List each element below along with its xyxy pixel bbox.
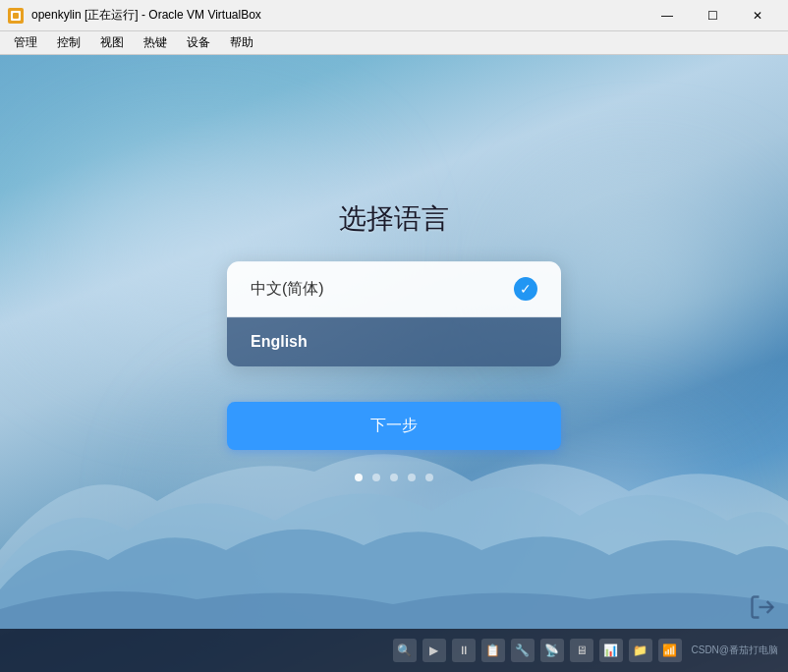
app-icon: [8, 8, 24, 24]
taskbar-icon-10[interactable]: 📶: [658, 639, 682, 662]
taskbar-icon-2[interactable]: ▶: [422, 639, 446, 662]
menu-control[interactable]: 控制: [47, 32, 90, 53]
taskbar-icon-1[interactable]: 🔍: [393, 639, 417, 662]
taskbar-icon-9[interactable]: 📁: [629, 639, 652, 662]
window-controls: — ☐ ✕: [645, 0, 780, 31]
dot-3: [390, 474, 398, 481]
menu-bar: 管理 控制 视图 热键 设备 帮助: [0, 31, 788, 55]
vm-content: 选择语言 中文(简体) ✓ English 下一步: [0, 55, 788, 672]
step-dots: [355, 474, 433, 481]
language-option-chinese[interactable]: 中文(简体) ✓: [227, 261, 561, 317]
title-bar: openkylin [正在运行] - Oracle VM VirtualBox …: [0, 0, 788, 31]
language-label-english: English: [251, 333, 308, 351]
taskbar-icon-8[interactable]: 📊: [599, 639, 623, 662]
dialog-title: 选择语言: [339, 200, 449, 238]
maximize-button[interactable]: ☐: [690, 0, 735, 31]
taskbar: 🔍 ▶ ⏸ 📋 🔧 📡 🖥 📊 📁 📶 CSDN@番茄打电脑: [0, 629, 788, 672]
menu-hotkey[interactable]: 热键: [134, 32, 177, 53]
language-option-english[interactable]: English: [227, 317, 561, 366]
logout-icon[interactable]: [749, 593, 776, 621]
menu-view[interactable]: 视图: [90, 32, 134, 53]
watermark-text: CSDN@番茄打电脑: [692, 644, 779, 657]
menu-device[interactable]: 设备: [177, 32, 220, 53]
menu-help[interactable]: 帮助: [220, 32, 263, 53]
close-button[interactable]: ✕: [735, 0, 780, 31]
taskbar-icon-5[interactable]: 🔧: [511, 639, 535, 662]
dot-5: [425, 474, 433, 481]
dot-1: [355, 474, 363, 481]
language-label-chinese: 中文(简体): [251, 279, 324, 300]
menu-manage[interactable]: 管理: [4, 32, 47, 53]
language-list: 中文(简体) ✓ English: [227, 261, 561, 366]
taskbar-icon-6[interactable]: 📡: [540, 639, 564, 662]
taskbar-icon-7[interactable]: 🖥: [570, 639, 593, 662]
window-title: openkylin [正在运行] - Oracle VM VirtualBox: [31, 7, 637, 24]
taskbar-icon-4[interactable]: 📋: [481, 639, 505, 662]
next-button[interactable]: 下一步: [227, 402, 561, 450]
dot-4: [408, 474, 416, 481]
svg-rect-1: [13, 13, 19, 19]
check-icon: ✓: [514, 277, 537, 301]
taskbar-icon-3[interactable]: ⏸: [452, 639, 476, 662]
language-dialog: 选择语言 中文(简体) ✓ English 下一步: [197, 200, 591, 481]
dot-2: [372, 474, 380, 481]
minimize-button[interactable]: —: [645, 0, 690, 31]
